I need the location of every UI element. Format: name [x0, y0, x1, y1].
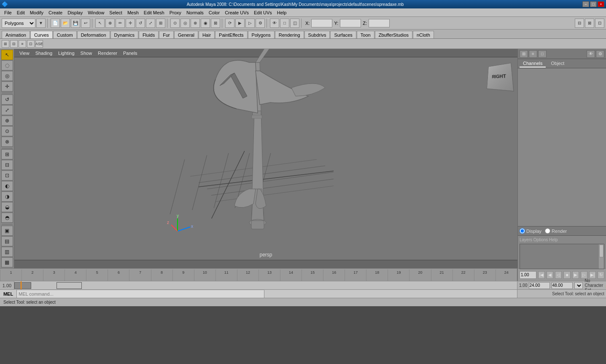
menu-normals[interactable]: Normals — [184, 9, 206, 16]
tb2-ase-label[interactable]: ASE — [35, 40, 43, 48]
tool-paint-select[interactable]: ◎ — [1, 71, 13, 81]
tb-snap-curve-btn[interactable]: ◎ — [180, 19, 190, 28]
tb-move-btn[interactable]: ✛ — [126, 19, 135, 28]
menu-edit[interactable]: Edit — [14, 9, 27, 16]
menu-file[interactable]: File — [2, 9, 14, 16]
rp-icon-settings[interactable]: ⚙ — [596, 50, 604, 58]
rp-icon-box[interactable]: □ — [538, 50, 547, 58]
x-input[interactable] — [311, 19, 332, 27]
tb-save-btn[interactable]: 💾 — [71, 19, 80, 28]
tb-ipr-btn[interactable]: ▷ — [245, 19, 255, 28]
tl-loop[interactable]: ↻ — [598, 271, 604, 279]
viewport-canvas[interactable]: RIGHT — [14, 57, 517, 260]
tab-ncloth[interactable]: nCloth — [413, 31, 434, 38]
range-track[interactable] — [14, 281, 517, 289]
tb-lasso-btn[interactable]: ⊕ — [105, 19, 115, 28]
tab-custom[interactable]: Custom — [53, 31, 77, 38]
range-dropdown[interactable]: ▼ — [574, 282, 583, 289]
vp-menu-view[interactable]: View — [17, 50, 32, 56]
tool-misc3[interactable]: ▥ — [1, 247, 13, 257]
tl-prev-key[interactable]: |◀ — [538, 271, 545, 279]
menu-select[interactable]: Select — [107, 9, 125, 16]
tool-sculpt[interactable]: ◑ — [1, 191, 13, 202]
rp-icon-grid[interactable]: ⊞ — [520, 50, 528, 58]
tool-select[interactable]: ↖ — [1, 50, 13, 60]
tb-render-btn[interactable]: ▶ — [235, 19, 245, 28]
rp-icon-eye[interactable]: 👁 — [587, 50, 595, 58]
tool-soft[interactable]: ⊙ — [1, 126, 13, 136]
mel-input[interactable] — [17, 290, 264, 298]
tab-polygons[interactable]: Polygons — [248, 31, 275, 38]
tb-undo-btn[interactable]: ↩ — [81, 19, 90, 28]
vp-menu-panels[interactable]: Panels — [121, 50, 140, 56]
options-btn[interactable]: Options — [533, 237, 548, 242]
menu-display[interactable]: Display — [65, 9, 85, 16]
tb-right-icon1[interactable]: ⊟ — [575, 19, 584, 28]
tool-articulate[interactable]: ⊗ — [1, 137, 13, 147]
tool-snap-toggle[interactable]: ⊟ — [1, 160, 13, 170]
tab-curves[interactable]: Curves — [30, 31, 53, 38]
tab-general[interactable]: General — [174, 31, 198, 38]
menu-proxy[interactable]: Proxy — [167, 9, 184, 16]
tool-universal[interactable]: ⊕ — [1, 116, 13, 126]
tb-select-btn[interactable]: ↖ — [95, 19, 105, 28]
tb-right-icon3[interactable]: ⊡ — [595, 19, 604, 28]
tb-history-btn[interactable]: ⟳ — [225, 19, 234, 28]
tab-fluids[interactable]: Fluids — [139, 31, 159, 38]
tool-misc4[interactable]: ▦ — [1, 257, 13, 267]
close-button[interactable]: × — [598, 1, 604, 7]
tab-rendering[interactable]: Rendering — [275, 31, 304, 38]
tab-painteffects[interactable]: PaintEffects — [215, 31, 248, 38]
range-thumb-left[interactable] — [14, 282, 31, 289]
tb-rotate-btn[interactable]: ↺ — [136, 19, 145, 28]
tb-scale-btn[interactable]: ⤢ — [146, 19, 155, 28]
tb-paint-btn[interactable]: ✏ — [116, 19, 125, 28]
tab-animation[interactable]: Animation — [2, 31, 30, 38]
tab-surfaces[interactable]: Surfaces — [330, 31, 356, 38]
tb-snap-point-btn[interactable]: ⊗ — [191, 19, 200, 28]
tb2-icon1[interactable]: ⊞ — [2, 40, 9, 48]
display-radio[interactable] — [520, 228, 525, 234]
tool-show-manip[interactable]: ⊞ — [1, 149, 13, 159]
tool-lasso[interactable]: ◌ — [1, 60, 13, 70]
view-cube[interactable]: RIGHT — [486, 64, 511, 89]
tb2-icon4[interactable]: ⊡ — [27, 40, 35, 48]
tool-misc2[interactable]: ▤ — [1, 236, 13, 246]
tb-render-settings-btn[interactable]: ⚙ — [256, 19, 265, 28]
current-frame-input[interactable] — [520, 271, 536, 279]
tab-subdivs[interactable]: Subdrivs — [304, 31, 330, 38]
range-end-input1[interactable] — [529, 282, 550, 289]
menu-create-uvs[interactable]: Create UVs — [222, 9, 251, 16]
tb-snap-grid-btn[interactable]: ⊙ — [170, 19, 180, 28]
tb2-icon2[interactable]: ⊟ — [10, 40, 18, 48]
tab-fur[interactable]: Fur — [159, 31, 174, 38]
tl-play-fwd[interactable]: ▶ — [572, 271, 579, 279]
minimize-button[interactable]: − — [582, 1, 589, 7]
vp-menu-lighting[interactable]: Lighting — [56, 50, 77, 56]
maximize-button[interactable]: □ — [590, 1, 597, 7]
menu-help[interactable]: Help — [275, 9, 289, 16]
tb-snap-live-btn[interactable]: ⊠ — [211, 19, 220, 28]
tool-fluid[interactable]: ◓ — [1, 213, 13, 223]
tl-next-key[interactable]: ▶| — [589, 271, 596, 279]
tb2-icon3[interactable]: ≡ — [19, 40, 26, 48]
menu-create[interactable]: Create — [46, 9, 65, 16]
tool-rotate[interactable]: ↺ — [1, 94, 13, 105]
menu-color[interactable]: Color — [206, 9, 222, 16]
help-btn[interactable]: Help — [549, 237, 558, 242]
tool-misc1[interactable]: ▣ — [1, 226, 13, 236]
mel-label[interactable]: MEL — [0, 290, 17, 298]
tool-grid[interactable]: ⊡ — [1, 170, 13, 181]
tl-next-frame[interactable]: ▷ — [581, 271, 587, 279]
render-radio[interactable] — [545, 228, 550, 234]
vp-menu-show[interactable]: Show — [78, 50, 95, 56]
tool-camera[interactable]: ◐ — [1, 181, 13, 191]
tb-right-icon2[interactable]: ⊠ — [585, 19, 594, 28]
tl-play-back[interactable]: ◁ — [555, 271, 562, 279]
menu-modify[interactable]: Modify — [27, 9, 46, 16]
tb-wireframe-btn[interactable]: ◫ — [290, 19, 299, 28]
tb-arrow-btn[interactable]: ▼ — [36, 19, 46, 28]
tool-move[interactable]: ✛ — [1, 81, 13, 92]
tb-open-btn[interactable]: 📂 — [61, 19, 70, 28]
tab-deformation[interactable]: Deformation — [77, 31, 110, 38]
